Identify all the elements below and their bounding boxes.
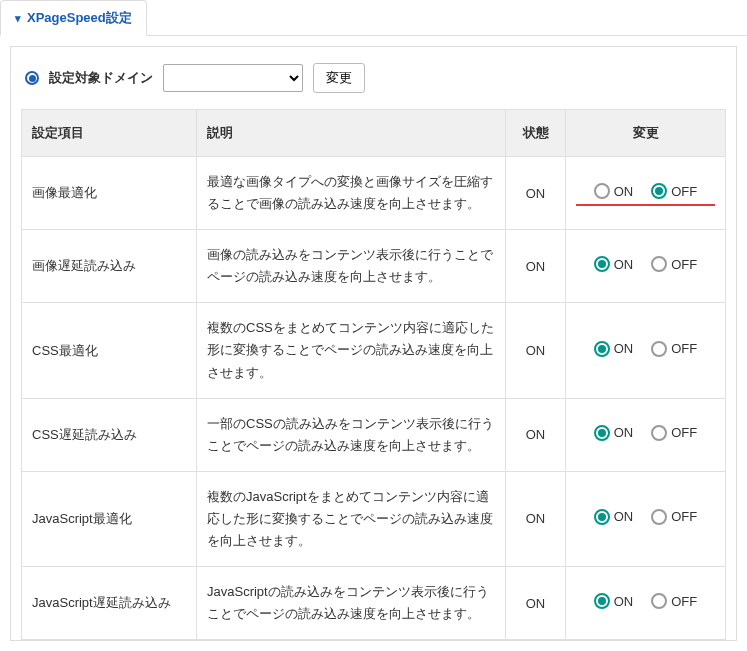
- tab-bar: ▾ XPageSpeed設定: [0, 0, 747, 36]
- row-state: ON: [506, 567, 566, 640]
- radio-label: ON: [614, 341, 634, 356]
- radio-icon: [651, 183, 667, 199]
- radio-icon: [594, 256, 610, 272]
- radio-icon: [651, 256, 667, 272]
- radio-label: ON: [614, 425, 634, 440]
- radio-on[interactable]: ON: [594, 256, 634, 272]
- radio-icon: [594, 509, 610, 525]
- radio-label: OFF: [671, 257, 697, 272]
- domain-label: 設定対象ドメイン: [49, 69, 153, 87]
- row-change: ONOFF: [566, 157, 726, 230]
- tab-label: XPageSpeed設定: [27, 9, 132, 27]
- row-state: ON: [506, 230, 566, 303]
- radio-group: ONOFF: [576, 425, 715, 445]
- row-change: ONOFF: [566, 471, 726, 566]
- radio-on[interactable]: ON: [594, 425, 634, 441]
- header-change: 変更: [566, 110, 726, 157]
- domain-change-button[interactable]: 変更: [313, 63, 365, 93]
- radio-on[interactable]: ON: [594, 593, 634, 609]
- row-item: CSS最適化: [22, 303, 197, 398]
- radio-label: ON: [614, 594, 634, 609]
- radio-on[interactable]: ON: [594, 509, 634, 525]
- chevron-down-icon: ▾: [15, 12, 21, 25]
- row-item: JavaScript遅延読み込み: [22, 567, 197, 640]
- row-item: CSS遅延読み込み: [22, 398, 197, 471]
- radio-label: OFF: [671, 594, 697, 609]
- radio-label: ON: [614, 509, 634, 524]
- radio-label: OFF: [671, 184, 697, 199]
- table-row: 画像最適化最適な画像タイプへの変換と画像サイズを圧縮することで画像の読み込み速度…: [22, 157, 726, 230]
- radio-off[interactable]: OFF: [651, 425, 697, 441]
- radio-icon: [651, 593, 667, 609]
- row-change: ONOFF: [566, 567, 726, 640]
- table-row: 画像遅延読み込み画像の読み込みをコンテンツ表示後に行うことでページの読み込み速度…: [22, 230, 726, 303]
- radio-group: ONOFF: [576, 509, 715, 529]
- row-change: ONOFF: [566, 303, 726, 398]
- radio-on[interactable]: ON: [594, 183, 634, 199]
- radio-group: ONOFF: [576, 183, 715, 203]
- domain-row: 設定対象ドメイン 変更: [21, 57, 726, 109]
- row-desc: 最適な画像タイプへの変換と画像サイズを圧縮することで画像の読み込み速度を向上させ…: [197, 157, 506, 230]
- radio-group: ONOFF: [576, 256, 715, 276]
- radio-label: ON: [614, 257, 634, 272]
- header-state: 状態: [506, 110, 566, 157]
- row-state: ON: [506, 303, 566, 398]
- row-desc: JavaScriptの読み込みをコンテンツ表示後に行うことでページの読み込み速度…: [197, 567, 506, 640]
- radio-on[interactable]: ON: [594, 341, 634, 357]
- row-item: 画像遅延読み込み: [22, 230, 197, 303]
- row-change: ONOFF: [566, 398, 726, 471]
- radio-off[interactable]: OFF: [651, 509, 697, 525]
- row-desc: 一部のCSSの読み込みをコンテンツ表示後に行うことでページの読み込み速度を向上さ…: [197, 398, 506, 471]
- radio-label: OFF: [671, 425, 697, 440]
- radio-label: OFF: [671, 341, 697, 356]
- radio-icon: [651, 509, 667, 525]
- radio-off[interactable]: OFF: [651, 341, 697, 357]
- radio-icon: [594, 341, 610, 357]
- radio-label: ON: [614, 184, 634, 199]
- radio-icon: [594, 593, 610, 609]
- row-state: ON: [506, 398, 566, 471]
- radio-group: ONOFF: [576, 341, 715, 361]
- radio-icon: [594, 183, 610, 199]
- highlight-underline: [576, 204, 715, 206]
- radio-label: OFF: [671, 509, 697, 524]
- header-item: 設定項目: [22, 110, 197, 157]
- domain-select[interactable]: [163, 64, 303, 92]
- radio-icon: [651, 425, 667, 441]
- settings-table: 設定項目 説明 状態 変更 画像最適化最適な画像タイプへの変換と画像サイズを圧縮…: [21, 109, 726, 640]
- row-change: ONOFF: [566, 230, 726, 303]
- radio-group: ONOFF: [576, 593, 715, 613]
- row-item: 画像最適化: [22, 157, 197, 230]
- domain-radio-icon[interactable]: [25, 71, 39, 85]
- row-desc: 複数のJavaScriptをまとめてコンテンツ内容に適応した形に変換することでペ…: [197, 471, 506, 566]
- header-desc: 説明: [197, 110, 506, 157]
- tab-xpagespeed[interactable]: ▾ XPageSpeed設定: [0, 0, 147, 36]
- row-item: JavaScript最適化: [22, 471, 197, 566]
- table-row: CSS最適化複数のCSSをまとめてコンテンツ内容に適応した形に変換することでペー…: [22, 303, 726, 398]
- table-row: JavaScript遅延読み込みJavaScriptの読み込みをコンテンツ表示後…: [22, 567, 726, 640]
- radio-off[interactable]: OFF: [651, 183, 697, 199]
- row-state: ON: [506, 157, 566, 230]
- row-desc: 複数のCSSをまとめてコンテンツ内容に適応した形に変換することでページの読み込み…: [197, 303, 506, 398]
- radio-off[interactable]: OFF: [651, 256, 697, 272]
- table-row: JavaScript最適化複数のJavaScriptをまとめてコンテンツ内容に適…: [22, 471, 726, 566]
- radio-icon: [651, 341, 667, 357]
- row-state: ON: [506, 471, 566, 566]
- radio-icon: [594, 425, 610, 441]
- radio-off[interactable]: OFF: [651, 593, 697, 609]
- settings-panel: 設定対象ドメイン 変更 設定項目 説明 状態 変更 画像最適化最適な画像タイプへ…: [10, 46, 737, 641]
- row-desc: 画像の読み込みをコンテンツ表示後に行うことでページの読み込み速度を向上させます。: [197, 230, 506, 303]
- table-row: CSS遅延読み込み一部のCSSの読み込みをコンテンツ表示後に行うことでページの読…: [22, 398, 726, 471]
